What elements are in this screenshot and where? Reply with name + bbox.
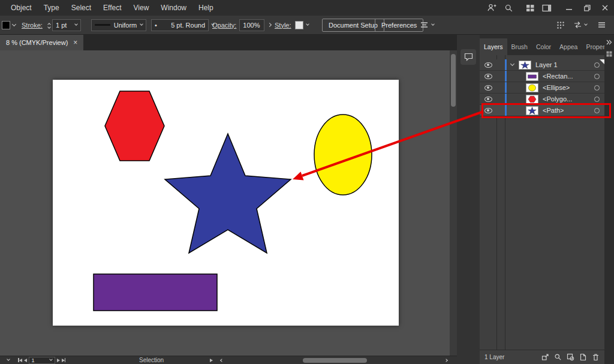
opacity-label[interactable]: Opacity: <box>212 22 236 29</box>
lock-toggle[interactable] <box>496 105 505 116</box>
tab-properties[interactable]: Proper <box>582 38 604 55</box>
chevron-down-icon[interactable] <box>431 22 435 26</box>
panel-menu-icon[interactable] <box>598 22 606 28</box>
search-icon[interactable] <box>500 0 517 16</box>
touch-workspace-icon[interactable] <box>556 21 565 29</box>
star-shape[interactable] <box>165 134 291 253</box>
horizontal-scrollbar[interactable] <box>228 357 439 364</box>
scroll-left-arrow[interactable] <box>221 356 223 364</box>
artboard[interactable] <box>53 80 399 326</box>
menu-object[interactable]: Object <box>5 0 38 16</box>
style-label[interactable]: Style: <box>275 22 291 29</box>
align-icon[interactable] <box>420 21 429 29</box>
visibility-toggle[interactable] <box>480 59 496 70</box>
expand-chevron-icon[interactable] <box>510 62 514 66</box>
width-profile-select[interactable]: Uniform <box>91 19 146 31</box>
target-circle-icon[interactable] <box>594 85 600 91</box>
last-artboard-button[interactable] <box>62 358 66 362</box>
visibility-toggle[interactable] <box>480 105 496 116</box>
close-icon[interactable] <box>596 0 614 16</box>
vertical-scrollbar[interactable] <box>450 50 457 356</box>
tab-layers[interactable]: Layers <box>480 38 507 55</box>
stroke-label[interactable]: Stroke: <box>22 22 43 29</box>
chevron-right-icon[interactable] <box>267 23 272 27</box>
share-user-icon[interactable] <box>483 0 500 16</box>
object-name[interactable]: <Ellipse> <box>543 84 570 91</box>
object-thumbnail[interactable] <box>526 72 538 81</box>
next-artboard-button[interactable] <box>57 359 60 362</box>
menu-type[interactable]: Type <box>38 0 65 16</box>
menu-help[interactable]: Help <box>192 0 219 16</box>
uniform-profile-icon <box>95 24 110 26</box>
scroll-right-arrow[interactable] <box>445 356 447 364</box>
object-name[interactable]: <Polygo... <box>543 95 572 103</box>
style-swatch[interactable] <box>295 21 303 29</box>
opacity-field[interactable]: 100% <box>239 19 264 31</box>
comment-bubble-icon[interactable] <box>460 49 476 65</box>
menu-effect[interactable]: Effect <box>97 0 127 16</box>
ellipse-shape[interactable] <box>314 115 372 195</box>
layer-row-path[interactable]: <Path> <box>480 105 604 116</box>
object-thumbnail[interactable] <box>526 95 538 104</box>
status-menu-chevron[interactable] <box>7 356 10 364</box>
stroke-weight-field[interactable]: 1 pt <box>52 19 81 31</box>
visibility-toggle[interactable] <box>480 82 496 93</box>
locate-object-icon[interactable] <box>554 353 562 361</box>
first-artboard-button[interactable] <box>18 358 22 362</box>
new-layer-icon[interactable] <box>579 353 587 361</box>
canvas-area[interactable] <box>0 50 450 356</box>
layer-row-rectangle[interactable]: <Rectan... <box>480 71 604 82</box>
artboard-number-field[interactable]: 1 <box>29 357 55 364</box>
visibility-toggle[interactable] <box>480 71 496 82</box>
dock-grid-icon[interactable] <box>604 49 614 59</box>
object-name[interactable]: <Path> <box>543 107 564 114</box>
target-circle-icon[interactable] <box>594 74 600 79</box>
chevron-down-icon[interactable] <box>12 22 16 26</box>
clipping-mask-icon[interactable] <box>567 353 574 361</box>
brush-select[interactable]: • 5 pt. Round <box>151 19 209 31</box>
lock-toggle[interactable] <box>496 82 505 93</box>
object-thumbnail[interactable] <box>526 106 538 115</box>
target-circle-icon[interactable] <box>594 108 600 113</box>
collapse-panels-icon[interactable] <box>604 37 614 47</box>
layer-row-polygon[interactable]: <Polygo... <box>480 94 604 105</box>
hexagon-shape[interactable] <box>105 91 164 161</box>
tab-appearance[interactable]: Appea <box>555 38 582 55</box>
delete-icon[interactable] <box>592 353 600 361</box>
rectangle-shape[interactable] <box>94 274 217 311</box>
workspace-switcher-icon[interactable] <box>538 0 555 16</box>
lock-toggle[interactable] <box>496 94 505 104</box>
tab-close-icon[interactable]: × <box>73 39 77 46</box>
object-name[interactable]: <Rectan... <box>543 73 573 80</box>
menu-select[interactable]: Select <box>65 0 97 16</box>
menu-view[interactable]: View <box>128 0 155 16</box>
menu-window[interactable]: Window <box>155 0 192 16</box>
vertical-scrollbar-thumb[interactable] <box>451 54 456 107</box>
target-circle-icon[interactable] <box>594 62 600 68</box>
layer-name[interactable]: Layer 1 <box>535 61 558 68</box>
collect-export-icon[interactable] <box>541 353 549 361</box>
switch-workspace-icon[interactable] <box>573 21 582 29</box>
tab-brushes[interactable]: Brush <box>507 38 532 55</box>
restore-button[interactable] <box>578 0 596 16</box>
layer-row-ellipse[interactable]: <Ellipse> <box>480 82 604 94</box>
lock-toggle[interactable] <box>496 59 505 70</box>
visibility-toggle[interactable] <box>480 94 496 104</box>
layer-row-layer1[interactable]: Layer 1 <box>480 59 604 71</box>
layer-thumbnail[interactable] <box>519 61 531 70</box>
minimize-button[interactable] <box>560 0 578 16</box>
fill-swatch[interactable] <box>2 21 10 29</box>
arrange-documents-icon[interactable] <box>522 0 538 16</box>
status-play-icon[interactable] <box>210 356 213 364</box>
chevron-down-icon[interactable] <box>584 22 588 26</box>
stroke-weight-stepper[interactable] <box>48 22 50 28</box>
target-circle-icon[interactable] <box>594 97 600 102</box>
chevron-down-icon[interactable] <box>306 22 309 26</box>
object-thumbnail[interactable] <box>526 83 538 92</box>
tab-color[interactable]: Color <box>532 38 555 55</box>
horizontal-scrollbar-thumb[interactable] <box>303 358 367 363</box>
lock-toggle[interactable] <box>496 71 505 82</box>
document-tab[interactable]: 8 % (CMYK/Preview) × <box>0 35 83 50</box>
preferences-button[interactable]: Preferences <box>375 19 423 32</box>
previous-artboard-button[interactable] <box>24 359 27 362</box>
